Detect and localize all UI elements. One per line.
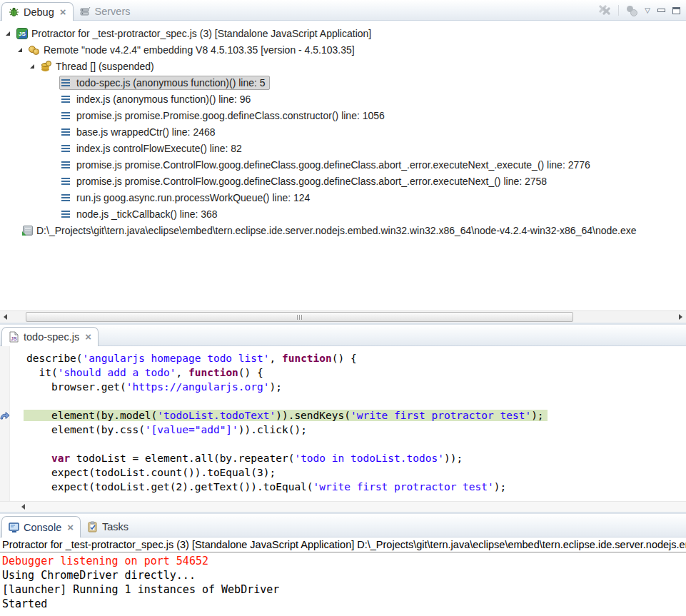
bug-icon	[9, 6, 20, 18]
debug-tree-row[interactable]: node.js _tickCallback() line: 368	[0, 206, 686, 222]
code-line	[26, 437, 686, 451]
tasks-icon	[87, 521, 99, 532]
tab-console[interactable]: Console ×	[1, 516, 81, 537]
svg-text:JS: JS	[11, 336, 17, 341]
stack-frame-icon	[61, 208, 73, 220]
js-file-icon: JS	[9, 331, 20, 343]
debug-tree-row[interactable]: Thread [] (suspended)	[0, 58, 686, 74]
tab-servers-label: Servers	[95, 6, 131, 17]
thread-icon	[41, 61, 52, 72]
scroll-right-arrow-icon[interactable]	[679, 314, 682, 320]
code-line: browser.get('https://angularjs.org');	[26, 380, 686, 394]
maximize-icon[interactable]	[672, 7, 680, 14]
code-line: var todoList = element.all(by.repeater('…	[26, 451, 686, 465]
minimize-icon[interactable]	[657, 9, 665, 12]
editor-tabbar: JS todo-spec.js ×	[0, 325, 686, 346]
console-line: [launcher] Running 1 instances of WebDri…	[2, 582, 686, 597]
console-icon	[9, 522, 20, 533]
debug-target-icon	[29, 44, 40, 56]
debug-tree-row[interactable]: Remote "node v4.2.4" embedding V8 4.5.10…	[0, 41, 686, 58]
debug-horizontal-scrollbar[interactable]	[0, 310, 686, 323]
debug-tree-row[interactable]: promise.js promise.Promise.goog.defineCl…	[0, 107, 686, 123]
stack-frame-icon	[61, 126, 73, 138]
code-lines[interactable]: describe('angularjs homepage todo list',…	[11, 351, 686, 494]
editor-panel: JS todo-spec.js × describe('angularjs ho…	[0, 325, 686, 512]
tree-expand-arrow-icon[interactable]	[4, 29, 14, 39]
code-line: describe('angularjs homepage todo list',…	[26, 351, 686, 365]
tab-tasks[interactable]: Tasks	[81, 516, 135, 537]
remove-all-terminated-icon[interactable]	[599, 5, 611, 16]
stack-frame-icon	[61, 110, 73, 121]
tree-expand-arrow-icon[interactable]	[16, 45, 26, 55]
stack-frame-icon	[61, 94, 73, 105]
editor-annotation-gutter[interactable]	[0, 346, 10, 501]
debug-tree-row[interactable]: index.js controlFlowExecute() line: 82	[0, 140, 686, 156]
debug-launch-tree[interactable]: Protractor for _test-protractor_spec.js …	[0, 21, 686, 310]
debug-tree-row[interactable]: promise.js promise.ControlFlow.goog.defi…	[0, 156, 686, 173]
tree-item-label: index.js (anonymous function)() line: 96	[76, 94, 251, 105]
tree-item-label: todo-spec.js (anonymous function)() line…	[76, 77, 266, 89]
code-line: expect(todoList.get(2).getText()).toEqua…	[26, 480, 686, 494]
tree-item-label: promise.js promise.ControlFlow.goog.defi…	[76, 159, 590, 171]
js-app-icon	[16, 28, 28, 39]
tree-item-label: node.js _tickCallback() line: 368	[76, 208, 218, 220]
code-line: expect(todoList.count()).toEqual(3);	[26, 465, 686, 480]
tree-item-label: promise.js promise.ControlFlow.goog.defi…	[76, 176, 547, 187]
debug-view-panel: Debug × Servers ▽ Protra	[0, 0, 686, 323]
debug-tree-row[interactable]: D:\_Projects\git\tern.java\eclipse\embed…	[0, 222, 686, 238]
editor-horizontal-scrollbar[interactable]	[0, 501, 686, 512]
tree-item-label: Protractor for _test-protractor_spec.js …	[31, 28, 371, 39]
console-view-panel: Console × Tasks Protractor for _test-pro…	[0, 514, 686, 616]
view-menu-icon[interactable]: ▽	[645, 7, 650, 14]
debug-view-tabbar: Debug × Servers ▽	[0, 0, 686, 21]
console-process-header: Protractor for _test-protractor_spec.js …	[0, 537, 686, 552]
debug-tree-row[interactable]: promise.js promise.ControlFlow.goog.defi…	[0, 173, 686, 189]
code-editor-area[interactable]: describe('angularjs homepage todo list',…	[0, 346, 686, 501]
tab-debug[interactable]: Debug ×	[1, 2, 74, 21]
tree-item-label: promise.js promise.Promise.goog.defineCl…	[76, 110, 385, 121]
debug-view-toolbar: ▽	[599, 0, 680, 21]
tab-tasks-label: Tasks	[102, 521, 128, 532]
tab-console-label: Console	[24, 522, 61, 533]
stack-frame-icon	[61, 77, 73, 89]
code-line: element(by.model('todoList.todoText')).s…	[26, 408, 686, 423]
debug-instruction-pointer-icon	[0, 410, 10, 420]
debug-tree-row[interactable]: todo-spec.js (anonymous function)() line…	[0, 74, 686, 91]
tree-expand-arrow-icon[interactable]	[29, 61, 39, 71]
console-line: Using ChromeDriver directly...	[2, 568, 686, 582]
code-line	[26, 394, 686, 408]
tree-item-label: index.js controlFlowExecute() line: 82	[76, 143, 242, 154]
console-line: Started	[2, 597, 686, 611]
stack-frame-icon	[61, 143, 73, 154]
tab-debug-label: Debug	[24, 6, 54, 18]
process-icon	[23, 226, 33, 236]
close-icon[interactable]: ×	[67, 524, 74, 531]
debug-tree-row[interactable]: Protractor for _test-protractor_spec.js …	[0, 25, 686, 41]
tab-servers[interactable]: Servers	[74, 2, 137, 20]
tree-item-label: Remote "node v4.2.4" embedding V8 4.5.10…	[44, 44, 355, 56]
scroll-left-arrow-icon[interactable]	[4, 314, 7, 320]
debug-options-icon[interactable]	[626, 5, 637, 16]
scroll-left-arrow-icon[interactable]	[21, 504, 25, 510]
servers-icon	[80, 6, 91, 17]
code-line: element(by.css('[value="add"]')).click()…	[26, 423, 686, 437]
console-lines: Debugger listening on port 54652Using Ch…	[0, 552, 686, 611]
close-icon[interactable]: ×	[85, 333, 91, 340]
tree-item-label: Thread [] (suspended)	[56, 61, 154, 72]
tab-todo-spec-js[interactable]: JS todo-spec.js ×	[1, 327, 99, 346]
debug-tree-row[interactable]: base.js wrappedCtr() line: 2468	[0, 123, 686, 140]
tree-item-label: base.js wrappedCtr() line: 2468	[76, 126, 216, 138]
tree-item-label: run.js goog.async.run.processWorkQueue()…	[76, 192, 310, 203]
scrollbar-thumb[interactable]	[26, 312, 573, 322]
editor-tab-label: todo-spec.js	[24, 331, 79, 343]
console-output-area[interactable]: Protractor for _test-protractor_spec.js …	[0, 537, 686, 616]
debug-tree-row[interactable]: index.js (anonymous function)() line: 96	[0, 91, 686, 107]
debug-tree-row[interactable]: run.js goog.async.run.processWorkQueue()…	[0, 189, 686, 206]
console-line: Debugger listening on port 54652	[2, 554, 686, 568]
stack-frame-icon	[61, 176, 73, 187]
toolbar-separator	[618, 5, 619, 16]
stack-frame-icon	[61, 192, 73, 203]
tree-item-label: D:\_Projects\git\tern.java\eclipse\embed…	[36, 225, 637, 236]
close-icon[interactable]: ×	[60, 9, 66, 16]
code-line: it('should add a todo', function() {	[26, 365, 686, 380]
